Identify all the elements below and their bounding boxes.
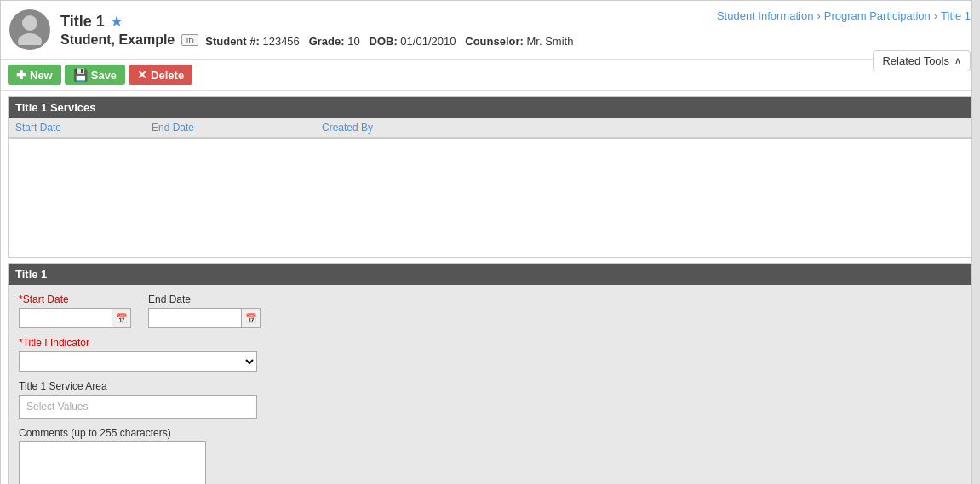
col-created-by[interactable]: Created By [315,118,971,137]
new-button[interactable]: ✚ New [8,65,61,85]
breadcrumb: Student Information › Program Participat… [717,9,971,22]
start-date-label: *Start Date [19,293,131,305]
service-area-label: Title 1 Service Area [19,380,257,392]
chevron-up-icon: ∧ [954,55,961,66]
indicator-row: *Title I Indicator [19,337,961,372]
service-area-multiselect[interactable]: Select Values [19,395,257,419]
save-button[interactable]: 💾 Save [65,65,125,85]
scrollbar[interactable] [971,0,980,484]
save-icon: 💾 [73,68,88,82]
title-indicator-field: *Title I Indicator [19,337,257,372]
title1-services-table: Title 1 Services Start Date End Date Cre… [8,96,972,258]
related-tools-button[interactable]: Related Tools ∧ [873,50,971,71]
related-tools-label: Related Tools [882,54,949,67]
comments-field: Comments (up to 255 characters) [19,427,206,484]
start-date-calendar-button[interactable]: 📅 [112,308,131,328]
favorite-icon[interactable]: ★ [110,12,123,31]
comments-textarea[interactable] [19,441,206,484]
delete-icon: ✕ [137,68,147,82]
end-date-field: End Date 📅 [148,293,261,328]
end-date-calendar-button[interactable]: 📅 [242,308,261,328]
breadcrumb-program-participation[interactable]: Program Participation [824,9,931,22]
delete-button[interactable]: ✕ Delete [129,65,192,85]
student-avatar [9,9,50,50]
student-name: Student, Example [60,32,175,48]
id-card-icon[interactable]: ID [181,34,198,46]
calendar-icon-2: 📅 [245,313,257,324]
form-body: *Start Date 📅 End Date 📅 [9,285,971,484]
form-section-title: Title 1 [9,264,971,285]
end-date-input-wrap: 📅 [148,308,261,328]
start-date-field: *Start Date 📅 [19,293,131,328]
comments-label: Comments (up to 255 characters) [19,427,206,439]
table-body [9,138,971,257]
title-indicator-select[interactable] [19,351,257,372]
svg-point-1 [18,33,42,45]
date-row: *Start Date 📅 End Date 📅 [19,293,961,328]
comments-row: Comments (up to 255 characters) [19,427,961,484]
title1-form: Title 1 *Start Date 📅 End Date [8,263,972,484]
start-date-input-wrap: 📅 [19,308,131,328]
new-icon: ✚ [16,68,26,82]
service-area-placeholder: Select Values [26,401,89,413]
toolbar: ✚ New 💾 Save ✕ Delete [1,60,979,91]
save-label: Save [91,69,117,82]
breadcrumb-current: Title 1 [941,9,971,22]
student-details: Student #: 123456 Grade: 10 DOB: 01/01/2… [205,35,573,48]
title-indicator-label: *Title I Indicator [19,337,257,349]
svg-point-0 [22,15,37,31]
table-section-title: Title 1 Services [9,97,971,118]
service-area-row: Title 1 Service Area Select Values [19,380,961,419]
col-end-date[interactable]: End Date [145,118,315,137]
breadcrumb-student-info[interactable]: Student Information [717,9,813,22]
table-column-headers: Start Date End Date Created By [9,118,971,138]
calendar-icon: 📅 [116,313,128,324]
col-start-date[interactable]: Start Date [9,118,145,137]
new-label: New [30,69,53,82]
page-title: Title 1 [60,13,105,31]
delete-label: Delete [151,69,184,82]
end-date-label: End Date [148,293,261,305]
end-date-input[interactable] [148,308,242,328]
start-date-input[interactable] [19,308,112,328]
service-area-field: Title 1 Service Area Select Values [19,380,257,419]
